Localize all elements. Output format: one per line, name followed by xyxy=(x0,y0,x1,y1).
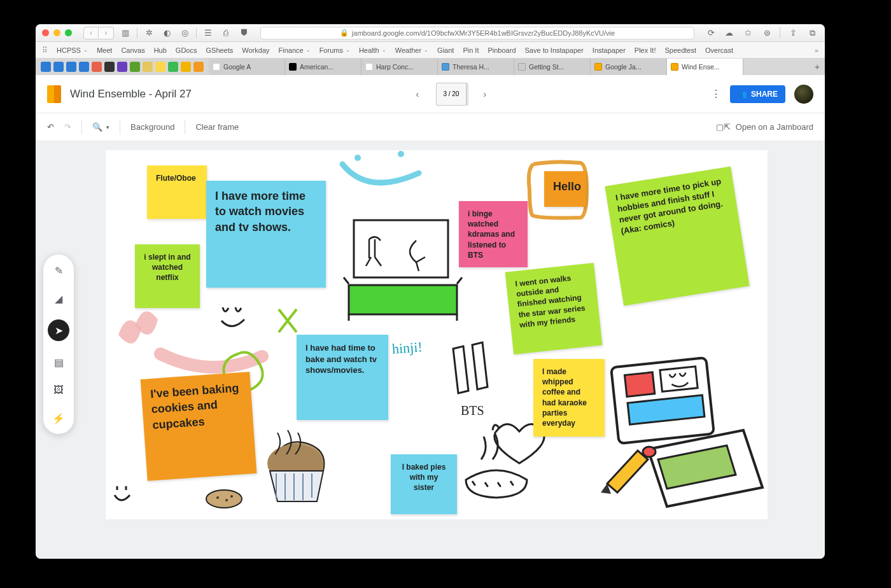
maximize-window[interactable] xyxy=(65,29,72,36)
pinned-tab[interactable] xyxy=(181,62,191,72)
sticky-note[interactable]: i slept in and watched netflix xyxy=(135,244,200,308)
more-menu-icon[interactable]: ⋮ xyxy=(711,88,721,100)
bookmark-item[interactable]: Meet xyxy=(97,46,112,54)
pinned-tab[interactable] xyxy=(53,62,64,72)
shield-icon[interactable]: ⛊ xyxy=(237,27,250,39)
tabs-icon[interactable]: ⧉ xyxy=(806,27,818,39)
jamboard-logo-icon[interactable] xyxy=(47,85,61,103)
ext-icon[interactable]: ⎙ xyxy=(220,27,232,39)
close-window[interactable] xyxy=(42,29,49,36)
share-icon[interactable]: ⇪ xyxy=(787,27,799,39)
toolbar: ↶ ↷ 🔍▾ Background Clear frame ▢⇱ Open on… xyxy=(36,113,825,141)
bookmark-item[interactable]: Save to Instapaper xyxy=(525,46,584,54)
sticky-note[interactable]: I have had time to bake and watch tv sho… xyxy=(297,335,388,420)
browser-tab[interactable]: Google A xyxy=(209,59,285,75)
sticky-note[interactable]: Hello xyxy=(544,171,586,207)
sticky-note-tool-icon[interactable]: ▤ xyxy=(52,355,66,369)
pinned-tab[interactable] xyxy=(79,62,89,72)
svg-rect-3 xyxy=(349,285,457,314)
sidebar-icon[interactable]: ▥ xyxy=(119,27,132,39)
sticky-note[interactable]: i binge watched kdramas and listened to … xyxy=(459,201,528,267)
pinned-tab[interactable] xyxy=(41,62,51,72)
sticky-note[interactable]: I baked pies with my sister xyxy=(391,454,457,514)
sticky-note[interactable]: I went on walks outside and finished wat… xyxy=(505,263,603,354)
document-title[interactable]: Wind Ensemble - April 27 xyxy=(70,88,192,101)
bookmark-item[interactable]: GSheets xyxy=(206,46,233,54)
sticky-note[interactable]: I've been baking cookies and cupcakes xyxy=(141,372,257,481)
bookmark-item[interactable]: Forums⌄ xyxy=(319,46,350,54)
forward-button[interactable]: › xyxy=(99,27,114,39)
bookmark-item[interactable]: GDocs xyxy=(176,46,197,54)
select-tool-icon[interactable]: ➤ xyxy=(48,319,69,341)
background-button[interactable]: Background xyxy=(130,122,174,132)
pinned-tabs xyxy=(36,59,209,75)
rss-icon[interactable]: ☰ xyxy=(202,27,214,39)
ext-icon[interactable]: ✲ xyxy=(143,27,155,39)
sticky-note[interactable]: I have more time to watch movies and tv … xyxy=(206,181,326,288)
ext-icon[interactable]: ◐ xyxy=(160,27,173,39)
address-bar[interactable]: 🔒jamboard.google.com/d/1O9bcfwXMr3Y5ER4b… xyxy=(260,27,694,39)
browser-tab[interactable]: Google Ja... xyxy=(591,59,667,75)
bookmark-item[interactable]: Canvas xyxy=(121,46,144,54)
pinned-tab[interactable] xyxy=(193,62,204,72)
pinned-tab[interactable] xyxy=(104,62,115,72)
prev-frame-button[interactable]: ‹ xyxy=(410,87,424,101)
bookmark-item[interactable]: Finance⌄ xyxy=(279,46,311,54)
zoom-button[interactable]: 🔍▾ xyxy=(92,122,109,132)
bookmark-item[interactable]: Workday xyxy=(242,46,269,54)
browser-tab[interactable]: American... xyxy=(285,59,361,75)
clear-frame-button[interactable]: Clear frame xyxy=(195,122,239,132)
background-label: Background xyxy=(130,122,174,132)
pinned-tab[interactable] xyxy=(155,62,165,72)
gear-icon[interactable]: ⊚ xyxy=(761,27,773,39)
pinned-tab[interactable] xyxy=(117,62,127,72)
next-frame-button[interactable]: › xyxy=(478,87,492,101)
bookmark-item[interactable]: Hub xyxy=(154,46,167,54)
image-tool-icon[interactable]: 🖼 xyxy=(52,383,66,397)
bookmarks-overflow[interactable]: » xyxy=(815,46,818,54)
tab-label: Google Ja... xyxy=(605,63,642,71)
sticky-note[interactable]: Flute/Oboe xyxy=(147,165,207,219)
browser-tab[interactable]: Theresa H... xyxy=(438,59,514,75)
bookmark-item[interactable]: Overcast xyxy=(705,46,733,54)
reload-icon[interactable]: ⟳ xyxy=(705,27,717,39)
laser-tool-icon[interactable]: ⚡ xyxy=(52,411,66,425)
new-tab-button[interactable]: + xyxy=(810,59,825,75)
eraser-tool-icon[interactable]: ◢ xyxy=(52,291,66,305)
bookmark-item[interactable]: Giant xyxy=(437,46,454,54)
bookmark-item[interactable]: Pin It xyxy=(463,46,479,54)
share-button[interactable]: 👥 SHARE xyxy=(730,85,785,103)
back-button[interactable]: ‹ xyxy=(83,27,99,39)
open-on-jamboard-button[interactable]: ▢⇱ Open on a Jamboard xyxy=(716,122,813,132)
undo-button[interactable]: ↶ xyxy=(47,122,54,132)
bookmark-item[interactable]: Plex It! xyxy=(635,46,656,54)
browser-tab[interactable]: Wind Ense... xyxy=(667,59,743,75)
bookmark-item[interactable]: HCPSS⌄ xyxy=(57,46,88,54)
ext-icon[interactable]: ◎ xyxy=(178,27,191,39)
star-icon[interactable]: ✩ xyxy=(741,27,754,39)
pinned-tab[interactable] xyxy=(92,62,102,72)
sticky-note[interactable]: I have more time to pick up hobbies and … xyxy=(605,167,749,306)
account-avatar[interactable] xyxy=(794,85,813,104)
bookmark-item[interactable]: Pinboard xyxy=(488,46,516,54)
bookmark-item[interactable]: Instapaper xyxy=(593,46,626,54)
pinned-tab[interactable] xyxy=(66,62,76,72)
pen-tool-icon[interactable]: ✎ xyxy=(52,263,66,277)
frame-indicator[interactable]: 3 / 20 xyxy=(436,83,467,106)
cloud-icon[interactable]: ☁ xyxy=(722,27,735,39)
svg-point-1 xyxy=(398,151,404,157)
bookmark-item[interactable]: Health⌄ xyxy=(359,46,386,54)
bookmark-item[interactable]: Weather⌄ xyxy=(395,46,428,54)
browser-tab[interactable]: Harp Conc... xyxy=(361,59,438,75)
titlebar-right: ☁ ✩ ⊚ ⇪ ⧉ xyxy=(722,27,818,39)
minimize-window[interactable] xyxy=(53,29,60,36)
browser-tab[interactable]: Getting St... xyxy=(514,59,591,75)
redo-button[interactable]: ↷ xyxy=(64,122,71,132)
pinned-tab[interactable] xyxy=(143,62,153,72)
sticky-note[interactable]: I made whipped coffee and had karaoke pa… xyxy=(533,359,605,437)
canvas[interactable]: hinji! BTS Flute/OboeI have more time to… xyxy=(106,150,768,519)
pinned-tab[interactable] xyxy=(130,62,140,72)
pinned-tab[interactable] xyxy=(168,62,178,72)
nav-buttons: ‹ › xyxy=(83,27,114,39)
bookmark-item[interactable]: Speedtest xyxy=(664,46,696,54)
